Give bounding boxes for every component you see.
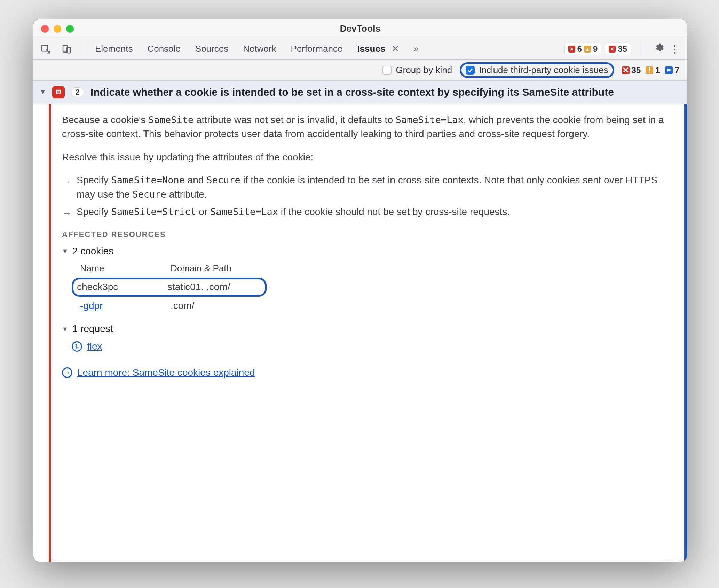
tab-issues-label: Issues [357, 43, 385, 54]
chevron-down-icon: ▼ [62, 247, 68, 256]
affected-requests-label: 1 request [72, 322, 113, 336]
warning-count: 9 [593, 44, 598, 54]
issue-occurrence-count: 2 [71, 87, 84, 97]
warning-icon: ! [646, 66, 653, 74]
include-third-party-checkbox[interactable]: Include third-party cookie issues [466, 65, 608, 76]
tab-sources[interactable]: Sources [195, 43, 228, 54]
affected-cookies-table: Name Domain & Path check3pc static01. .c… [72, 262, 267, 313]
severity-info[interactable]: 7 [665, 65, 679, 75]
issue-description-2: Resolve this issue by updating the attri… [62, 150, 674, 165]
issue-error-icon [52, 86, 65, 98]
cookie-name: check3pc [77, 280, 153, 294]
severity-info-count: 7 [675, 65, 679, 75]
open-external-icon: → [62, 367, 72, 378]
tab-issues[interactable]: Issues ✕ [357, 43, 399, 54]
error-icon: ✕ [568, 46, 575, 53]
main-tabs: Elements Console Sources Network Perform… [95, 43, 555, 54]
table-header: Name Domain & Path [80, 262, 267, 275]
inspect-element-icon[interactable] [40, 43, 52, 55]
tab-elements[interactable]: Elements [95, 43, 133, 54]
close-icon[interactable]: ✕ [392, 43, 399, 54]
issue-suggestion-1: → Specify SameSite=None and Secure if th… [62, 173, 674, 201]
severity-error[interactable]: ✕ 35 [622, 65, 641, 75]
learn-more-link[interactable]: → Learn more: SameSite cookies explained [62, 366, 674, 380]
issue-suggestion-2: → Specify SameSite=Strict or SameSite=La… [62, 205, 674, 221]
window-titlebar: DevTools [33, 19, 687, 38]
close-window-button[interactable] [41, 25, 49, 33]
affected-requests-toggle[interactable]: ▼ 1 request [62, 322, 674, 336]
severity-warning-count: 1 [655, 65, 660, 75]
include-third-party-label: Include third-party cookie issues [479, 65, 608, 76]
checkbox-checked-icon [466, 66, 475, 75]
network-request-icon: ⇅ [72, 341, 82, 352]
table-row[interactable]: check3pc static01. .com/ [72, 278, 267, 297]
severity-error-count: 35 [632, 65, 641, 75]
info-icon [665, 66, 673, 74]
arrow-right-icon: → [62, 206, 72, 221]
severity-warning[interactable]: ! 1 [646, 65, 660, 75]
issue-description-1: Because a cookie's SameSite attribute wa… [62, 113, 674, 141]
error-icon: ✕ [622, 66, 630, 74]
learn-more-text: Learn more: SameSite cookies explained [77, 366, 255, 380]
counter-errors-warnings[interactable]: ✕ 6 ▲ 9 [564, 43, 602, 55]
group-by-kind-checkbox[interactable]: Group by kind [382, 65, 452, 76]
issue-header[interactable]: ▼ 2 Indicate whether a cookie is intende… [33, 81, 687, 104]
include-third-party-highlight: Include third-party cookie issues [460, 62, 614, 78]
device-toolbar-icon[interactable] [61, 43, 72, 55]
col-name: Name [80, 262, 157, 275]
request-name: flex [87, 340, 102, 354]
tab-performance[interactable]: Performance [291, 43, 343, 54]
gear-icon[interactable] [654, 42, 664, 55]
issue-severity-counters: ✕ 35 ! 1 7 [622, 65, 679, 75]
minimize-window-button[interactable] [54, 25, 61, 33]
window-title: DevTools [340, 23, 381, 34]
request-item[interactable]: ⇅ flex [72, 340, 674, 354]
console-counters: ✕ 6 ▲ 9 35 [564, 43, 631, 55]
warning-icon: ▲ [584, 46, 591, 53]
cookie-domain: .com/ [171, 299, 194, 313]
tab-console[interactable]: Console [147, 43, 180, 54]
cookie-name: -gdpr [80, 299, 157, 313]
zoom-window-button[interactable] [66, 25, 74, 33]
page-error-icon [609, 46, 616, 53]
cookie-domain: static01. .com/ [167, 280, 230, 294]
arrow-right-icon: → [62, 175, 72, 201]
issues-filter-bar: Group by kind Include third-party cookie… [33, 60, 687, 81]
counter-page-errors[interactable]: 35 [605, 43, 631, 55]
divider [642, 42, 642, 56]
checkbox-icon [382, 66, 392, 75]
more-tabs-icon[interactable]: » [414, 43, 419, 54]
highlight-rail [684, 104, 687, 562]
affected-cookies-toggle[interactable]: ▼ 2 cookies [62, 244, 674, 259]
affected-resources-label: AFFECTED RESOURCES [62, 229, 674, 240]
traffic-lights [41, 25, 74, 33]
divider [84, 42, 84, 56]
error-count: 6 [577, 44, 582, 54]
chevron-down-icon: ▼ [62, 325, 68, 334]
table-row[interactable]: -gdpr .com/ [80, 299, 267, 313]
chevron-down-icon: ▼ [40, 88, 46, 96]
tab-network[interactable]: Network [243, 43, 276, 54]
issue-content: Because a cookie's SameSite attribute wa… [51, 104, 684, 562]
devtools-tabstrip: Elements Console Sources Network Perform… [33, 38, 687, 60]
page-error-count: 35 [618, 44, 627, 54]
devtools-window: DevTools Elements Console Sources Networ… [33, 19, 687, 562]
issue-title: Indicate whether a cookie is intended to… [90, 86, 614, 99]
affected-cookies-label: 2 cookies [72, 244, 113, 259]
kebab-menu-icon[interactable]: ⋮ [670, 43, 681, 55]
group-by-kind-label: Group by kind [396, 65, 452, 76]
col-domain: Domain & Path [171, 262, 231, 275]
issue-body: Because a cookie's SameSite attribute wa… [33, 104, 687, 562]
